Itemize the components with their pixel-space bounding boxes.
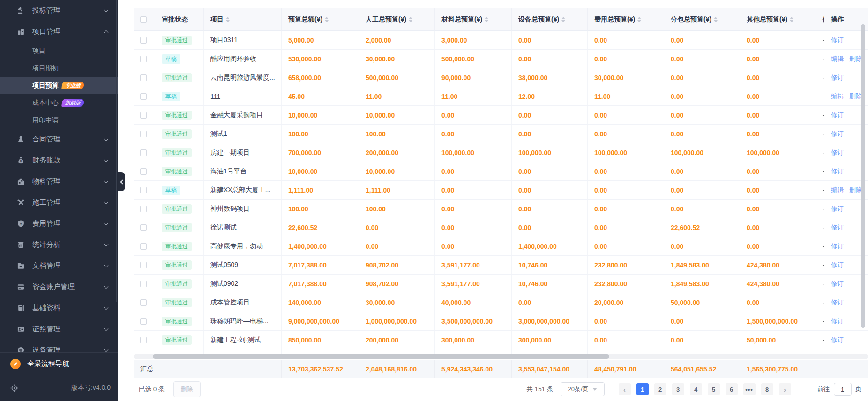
sidebar-subitem-cost-center[interactable]: 成本中心旗舰版 — [0, 94, 118, 111]
sort-icon[interactable] — [409, 17, 412, 22]
more-pages-button[interactable]: ••• — [743, 383, 756, 395]
sidebar-subitem-project-list[interactable]: 项目 — [0, 42, 118, 59]
action-link[interactable]: 删除 — [849, 55, 862, 63]
warehouse-icon — [16, 178, 25, 186]
sort-icon[interactable] — [637, 17, 641, 22]
sidebar-item-certificate[interactable]: 证照管理 — [0, 319, 118, 340]
row-checkbox[interactable] — [140, 56, 147, 62]
sort-icon[interactable] — [790, 17, 793, 22]
sort-icon[interactable] — [226, 17, 230, 22]
page-button-2[interactable]: 2 — [654, 383, 666, 395]
column-header-9[interactable]: 其他总预算(¥) — [740, 8, 816, 31]
column-header-4[interactable]: 人工总预算(¥) — [359, 8, 435, 31]
row-checkbox[interactable] — [140, 168, 147, 175]
sidebar-item-finance[interactable]: ¥ 财务账款 — [0, 150, 118, 171]
row-checkbox[interactable] — [140, 318, 147, 325]
column-header-8[interactable]: 分包总预算(¥) — [664, 8, 740, 31]
row-checkbox[interactable] — [140, 299, 147, 306]
sidebar-item-contract[interactable]: 合同管理 — [0, 129, 118, 150]
row-checkbox[interactable] — [140, 131, 147, 137]
action-link[interactable]: 修订 — [831, 336, 844, 344]
row-checkbox[interactable] — [140, 337, 147, 343]
action-link[interactable]: 编辑 — [831, 186, 844, 194]
column-header-6[interactable]: 设备总预算(¥) — [512, 8, 588, 31]
sort-icon[interactable] — [714, 17, 718, 22]
horizontal-scrollbar-track[interactable] — [134, 354, 868, 359]
settings-gear-icon[interactable] — [10, 384, 18, 392]
horizontal-scrollbar-thumb[interactable] — [153, 354, 609, 359]
sidebar-item-construction[interactable]: 施工管理 — [0, 192, 118, 213]
column-header-3[interactable]: 预算总额(¥) — [282, 8, 359, 31]
goto-page-input[interactable] — [834, 383, 852, 396]
row-checkbox[interactable] — [140, 243, 147, 250]
column-header-7[interactable]: 费用总预算(¥) — [588, 8, 664, 31]
sidebar-item-panorama[interactable]: 全景流程导航 — [0, 352, 118, 375]
sidebar-subitem-seal-apply[interactable]: 用印申请 — [0, 111, 118, 129]
action-link[interactable]: 修订 — [831, 242, 844, 251]
action-link[interactable]: 修订 — [831, 261, 844, 269]
page-button-5[interactable]: 5 — [708, 383, 720, 395]
sidebar-item-device[interactable]: 设备管理 — [0, 340, 118, 352]
action-link[interactable]: 修订 — [831, 74, 844, 82]
action-link[interactable]: 删除 — [849, 92, 862, 101]
action-link[interactable]: 修订 — [831, 130, 844, 138]
prev-page-button[interactable]: ‹ — [619, 383, 631, 395]
action-link[interactable]: 修订 — [831, 36, 844, 45]
sort-icon[interactable] — [561, 17, 565, 22]
sidebar-collapse-button[interactable] — [118, 172, 125, 191]
sort-icon[interactable] — [325, 17, 329, 22]
sidebar-item-bidding[interactable]: 投标管理 — [0, 0, 118, 21]
next-page-button[interactable]: › — [779, 383, 791, 395]
budget-value-cell: 908,702.00 — [359, 275, 435, 293]
column-header-2[interactable]: 项目 — [204, 8, 282, 31]
row-checkbox[interactable] — [140, 93, 147, 100]
action-link[interactable]: 编辑 — [831, 55, 844, 63]
row-checkbox[interactable] — [140, 262, 147, 268]
action-link[interactable]: 修订 — [831, 317, 844, 326]
row-checkbox[interactable] — [140, 206, 147, 212]
action-link[interactable]: 修订 — [831, 205, 844, 213]
action-link[interactable]: 修订 — [831, 280, 844, 288]
delete-button[interactable]: 删除 — [173, 381, 201, 397]
sidebar-subitem-project-initial[interactable]: 项目期初 — [0, 59, 118, 77]
page-button-4[interactable]: 4 — [690, 383, 702, 395]
action-link[interactable]: 修订 — [831, 167, 844, 176]
sidebar-item-expense[interactable]: ¥ 费用管理 — [0, 213, 118, 234]
row-checkbox[interactable] — [140, 37, 147, 44]
sidebar-item-material[interactable]: 物料管理 — [0, 171, 118, 192]
row-checkbox[interactable] — [140, 112, 147, 119]
extra-cell: - — [816, 31, 824, 49]
sidebar-item-statistics[interactable]: 统计分析 — [0, 234, 118, 255]
row-checkbox[interactable] — [140, 149, 147, 156]
page-button-1[interactable]: 1 — [636, 383, 649, 395]
sidebar-item-base-data[interactable]: 基础资料 — [0, 297, 118, 319]
summary-value-cell: 2,048,168,816.00 — [359, 360, 435, 378]
row-checkbox[interactable] — [140, 74, 147, 81]
sidebar-scrollbar[interactable] — [116, 0, 117, 302]
sidebar-item-project[interactable]: 项目管理 — [0, 21, 118, 42]
select-all-checkbox[interactable] — [140, 16, 147, 23]
vertical-scrollbar-thumb[interactable] — [861, 24, 865, 328]
page-button-3[interactable]: 3 — [672, 383, 684, 395]
row-checkbox[interactable] — [140, 187, 147, 193]
action-link[interactable]: 删除 — [849, 186, 862, 194]
page-button-6[interactable]: 6 — [726, 383, 738, 395]
page-size-select[interactable]: 20条/页 — [561, 382, 605, 396]
action-link[interactable]: 修订 — [831, 149, 844, 157]
sidebar-item-fund-account[interactable]: 资金账户管理 — [0, 276, 118, 297]
action-link[interactable]: 修订 — [831, 223, 844, 232]
action-link[interactable]: 编辑 — [831, 92, 844, 101]
page-button-8[interactable]: 8 — [761, 383, 773, 395]
budget-value: 10,746.00 — [518, 261, 547, 269]
sort-icon[interactable] — [485, 17, 488, 22]
sidebar-item-document[interactable]: 文档管理 — [0, 255, 118, 276]
row-checkbox[interactable] — [140, 281, 147, 287]
action-link[interactable]: 修订 — [831, 298, 844, 307]
status-cell: 审批通过 — [155, 275, 204, 293]
sidebar-subitem-project-budget[interactable]: 项目预算专业版 — [0, 77, 118, 94]
chevron-down-icon — [104, 347, 109, 352]
action-link[interactable]: 修订 — [831, 111, 844, 119]
row-checkbox[interactable] — [140, 224, 147, 231]
column-header-5[interactable]: 材料总预算(¥) — [435, 8, 512, 31]
budget-value-cell: 0.00 — [740, 106, 816, 124]
